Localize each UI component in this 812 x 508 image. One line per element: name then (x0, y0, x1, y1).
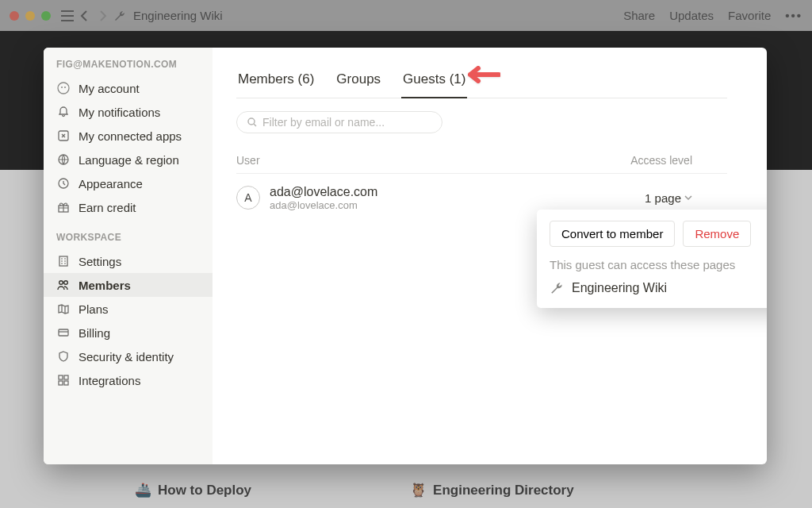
svg-rect-10 (59, 329, 68, 336)
sidebar-item-settings[interactable]: Settings (44, 249, 213, 273)
wrench-icon (550, 281, 564, 295)
access-level-label: 1 page (645, 191, 681, 205)
map-icon (56, 302, 71, 316)
app-icon (56, 129, 71, 143)
globe-icon (56, 152, 71, 167)
guest-email: ada@lovelace.com (270, 199, 377, 211)
svg-point-9 (64, 281, 68, 285)
svg-rect-12 (64, 375, 68, 379)
remove-button[interactable]: Remove (683, 221, 751, 247)
sidebar-account-header: FIG@MAKENOTION.COM (44, 59, 213, 76)
svg-point-2 (64, 87, 66, 88)
search-icon (247, 117, 258, 128)
sidebar-item-label: Security & identity (79, 350, 174, 364)
svg-point-1 (61, 87, 63, 88)
col-access: Access level (608, 154, 727, 167)
svg-rect-11 (59, 375, 63, 379)
sidebar-item-label: Billing (79, 326, 110, 340)
card-icon (56, 325, 71, 340)
annotation-arrow-icon (462, 64, 500, 86)
sidebar-item-label: My notifications (79, 106, 160, 119)
popover-page-label: Engineering Wiki (572, 281, 667, 295)
shield-icon (56, 349, 71, 364)
svg-rect-14 (64, 381, 68, 385)
settings-main: Members (6) Groups Guests (1) User Acces… (213, 48, 767, 464)
svg-point-15 (248, 118, 255, 125)
sidebar-item-integrations[interactable]: Integrations (44, 368, 213, 392)
guest-row[interactable]: A ada@lovelace.com ada@lovelace.com 1 pa… (236, 185, 727, 211)
grid-icon (56, 373, 71, 387)
svg-point-0 (58, 83, 69, 94)
avatar-icon (56, 81, 71, 95)
convert-to-member-button[interactable]: Convert to member (550, 221, 675, 247)
sidebar-workspace-header: WORKSPACE (44, 232, 213, 249)
filter-input[interactable] (262, 116, 432, 129)
guest-popover: Convert to member Remove This guest can … (537, 210, 767, 308)
bell-icon (56, 105, 71, 119)
filter-input-wrap[interactable] (236, 111, 442, 133)
tab-groups[interactable]: Groups (335, 71, 382, 98)
sidebar-item-label: Plans (79, 302, 109, 316)
sidebar-item-label: Integrations (79, 374, 140, 387)
sidebar-item-language[interactable]: Language & region (44, 148, 213, 171)
sidebar-item-plans[interactable]: Plans (44, 297, 213, 321)
clock-icon (56, 176, 71, 190)
sidebar-item-label: Language & region (79, 153, 179, 167)
chevron-down-icon (684, 194, 692, 202)
col-user: User (236, 154, 608, 167)
sidebar-item-members[interactable]: Members (44, 273, 213, 297)
settings-modal: FIG@MAKENOTION.COM My account My notific… (44, 48, 767, 464)
sidebar-item-account[interactable]: My account (44, 76, 213, 100)
access-level-dropdown[interactable]: 1 page (645, 191, 692, 205)
popover-note: This guest can access these pages (550, 258, 767, 271)
sidebar-item-notifications[interactable]: My notifications (44, 100, 213, 124)
tab-guests[interactable]: Guests (1) (401, 71, 467, 98)
sidebar-item-label: Earn credit (79, 201, 136, 214)
building-icon (56, 254, 71, 268)
guest-columns: User Access level (236, 154, 727, 174)
sidebar-item-billing[interactable]: Billing (44, 321, 213, 344)
sidebar-item-connected-apps[interactable]: My connected apps (44, 124, 213, 148)
sidebar-item-security[interactable]: Security & identity (44, 344, 213, 368)
guest-name: ada@lovelace.com (270, 185, 377, 199)
sidebar-item-label: My account (79, 82, 140, 95)
sidebar-item-appearance[interactable]: Appearance (44, 171, 213, 195)
settings-sidebar: FIG@MAKENOTION.COM My account My notific… (44, 48, 213, 464)
sidebar-item-label: Settings (79, 255, 121, 268)
sidebar-item-label: Members (79, 279, 131, 292)
sidebar-item-label: Appearance (79, 177, 143, 190)
sidebar-item-earn-credit[interactable]: Earn credit (44, 195, 213, 219)
tab-members[interactable]: Members (6) (236, 71, 316, 98)
svg-rect-7 (59, 256, 67, 266)
popover-page-link[interactable]: Engineering Wiki (550, 281, 767, 295)
avatar: A (236, 186, 260, 210)
svg-point-8 (59, 281, 63, 285)
sidebar-item-label: My connected apps (79, 129, 182, 143)
gift-icon (56, 200, 71, 214)
svg-rect-13 (59, 381, 63, 385)
people-icon (56, 278, 71, 292)
